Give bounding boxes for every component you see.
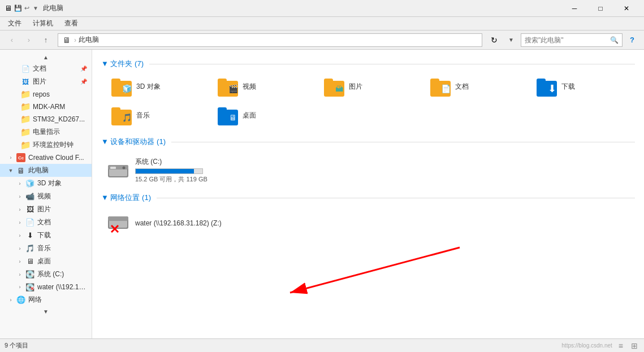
sidebar-item-desktop[interactable]: › 🖥 桌面	[0, 255, 92, 268]
title-bar-title: 此电脑	[43, 3, 63, 13]
folder-name-doc: 文档	[455, 82, 469, 92]
folder-item-video[interactable]: 🎬 视频	[213, 75, 315, 99]
status-bar: 9 个项目 https://blog.csdn.net ≡ ⊞	[0, 338, 644, 352]
folder-item-3d[interactable]: 🧊 3D 对象	[107, 75, 209, 99]
sidebar-item-3d[interactable]: › 🧊 3D 对象	[0, 177, 92, 190]
dropdown-icon[interactable]: ▼	[33, 5, 38, 11]
sidebar-item-dl[interactable]: › ⬇ 下载	[0, 229, 92, 242]
network-drive-item[interactable]: water (\\192.168.31.182) (Z:)	[101, 208, 635, 238]
expand-icon: ›	[17, 272, 23, 277]
sidebar-item-mdk[interactable]: 📁 MDK-ARM	[0, 101, 92, 113]
maximize-button[interactable]: □	[587, 0, 613, 17]
doc-icon2: 📄	[25, 218, 34, 227]
sidebar-scroll-down[interactable]: ▼	[0, 306, 92, 316]
address-separator: ›	[74, 36, 76, 44]
menu-computer[interactable]: 计算机	[27, 18, 59, 29]
folder-item-download[interactable]: ⬇ 下载	[532, 75, 634, 99]
folder-name-image: 图片	[349, 82, 362, 92]
sidebar-item-env[interactable]: 📁 环境监控时钟	[0, 138, 92, 151]
expand-icon: ›	[17, 181, 23, 186]
sidebar-item-image[interactable]: 🖼 图片 📌	[0, 75, 92, 88]
address-pc-icon: 🖥	[63, 36, 71, 45]
up-button[interactable]: ↑	[38, 33, 53, 47]
minimize-button[interactable]: ─	[561, 0, 587, 17]
folder-item-image[interactable]: 🏔 图片	[319, 75, 421, 99]
sidebar-item-sysc[interactable]: › 💽 系统 (C:)	[0, 268, 92, 281]
sidebar-item-docs[interactable]: › 📄 文档	[0, 216, 92, 229]
drive-info-c: 系统 (C:) 15.2 GB 可用，共 119 GB	[135, 157, 629, 184]
menu-file[interactable]: 文件	[2, 18, 27, 29]
folder-icon-image: 🏔	[323, 77, 345, 97]
sidebar-item-img[interactable]: › 🖼 图片	[0, 203, 92, 216]
expand-icon: ›	[17, 259, 23, 264]
expand-icon	[12, 104, 18, 110]
network-drive-name: water (\\192.168.31.182) (Z:)	[135, 219, 222, 227]
sidebar-item-label: 3D 对象	[37, 179, 62, 188]
sidebar-item-label: water (\\192.16...	[37, 283, 87, 291]
sidebar-item-network[interactable]: › 🌐 网络	[0, 293, 92, 306]
pc-icon: 🖥	[16, 166, 25, 175]
sidebar-item-label: 图片	[33, 77, 46, 86]
drive-bar-fill	[136, 169, 194, 173]
grid-view-btn[interactable]: ⊞	[629, 341, 639, 350]
undo-icon: ↩	[24, 5, 29, 12]
folder-item-desktop[interactable]: 🖥 桌面	[213, 103, 315, 128]
sidebar-item-water[interactable]: › 💽✕ water (\\192.16...	[0, 281, 92, 293]
expand-icon: ›	[17, 284, 23, 290]
expand-icon: ›	[8, 297, 14, 303]
section-network: ▼ 网络位置 (1)	[101, 193, 635, 203]
folder-icon: 📁	[21, 90, 30, 99]
desktop-icon: 🖥	[25, 257, 34, 266]
expand-icon: ›	[8, 155, 14, 160]
app-icon: 🖥	[5, 4, 12, 12]
expand-icon	[12, 129, 18, 135]
save-icon: 💾	[14, 5, 22, 12]
folder-icon: 📁	[21, 141, 30, 150]
title-bar: 🖥 💾 ↩ ▼ 此电脑 ─ □ ✕	[0, 0, 644, 17]
address-dropdown[interactable]: ▼	[504, 33, 518, 47]
folder-icon: 📁	[21, 115, 30, 124]
sidebar-item-label: repos	[33, 90, 50, 98]
sidebar-item-power[interactable]: 📁 电量指示	[0, 125, 92, 138]
expand-icon	[12, 79, 18, 85]
folder-name-download: 下载	[561, 82, 575, 92]
sidebar-item-label: 视频	[37, 192, 51, 201]
list-view-btn[interactable]: ≡	[617, 341, 625, 350]
address-bar[interactable]: 🖥 › 此电脑	[58, 33, 482, 47]
red-arrow-annotation	[245, 242, 471, 311]
search-box[interactable]: 🔍	[521, 33, 623, 47]
drive-size-c: 15.2 GB 可用，共 119 GB	[135, 175, 629, 184]
menu-view[interactable]: 查看	[59, 18, 84, 29]
forward-button[interactable]: ›	[21, 33, 36, 47]
status-url: https://blog.csdn.net	[561, 342, 612, 349]
sidebar-item-repos[interactable]: 📁 repos	[0, 88, 92, 101]
folder-item-doc[interactable]: 📄 文档	[426, 75, 528, 99]
sidebar-item-doc[interactable]: 📄 文档 📌	[0, 62, 92, 75]
folder-icon: 📁	[21, 128, 30, 137]
help-button[interactable]: ?	[625, 33, 639, 47]
section-title-network: ▼ 网络位置 (1)	[101, 193, 151, 203]
sidebar-scroll-up[interactable]: ▲	[0, 52, 92, 62]
pin-icon: 📌	[80, 66, 87, 72]
status-right: https://blog.csdn.net ≡ ⊞	[561, 341, 639, 350]
sidebar-item-music[interactable]: › 🎵 音乐	[0, 242, 92, 255]
refresh-button[interactable]: ↻	[487, 33, 502, 47]
back-button[interactable]: ‹	[5, 33, 19, 47]
expand-icon	[12, 92, 18, 97]
sidebar-item-label: 下载	[37, 231, 51, 240]
folder-icon-3d: 🧊	[110, 77, 133, 97]
sidebar-item-label: 图片	[37, 205, 51, 214]
sidebar-item-cc[interactable]: › Cc Creative Cloud F...	[0, 151, 92, 164]
image-icon2: 🖼	[25, 205, 34, 214]
search-input[interactable]	[525, 36, 610, 44]
drive-item-c[interactable]: 系统 (C:) 15.2 GB 可用，共 119 GB	[101, 153, 635, 188]
sidebar-item-thispc[interactable]: ▼ 🖥 此电脑	[0, 164, 92, 177]
sidebar-item-video[interactable]: › 📹 视频	[0, 190, 92, 203]
close-button[interactable]: ✕	[613, 0, 639, 17]
expand-icon: ▼	[8, 168, 14, 173]
folder-item-music[interactable]: 🎵 音乐	[107, 103, 209, 128]
folder-name-music: 音乐	[136, 111, 150, 120]
section-title-folders: ▼ 文件夹 (7)	[101, 59, 144, 69]
folder-icon-video: 🎬	[217, 77, 239, 97]
sidebar-item-stm32[interactable]: 📁 STM32_KD267...	[0, 113, 92, 125]
